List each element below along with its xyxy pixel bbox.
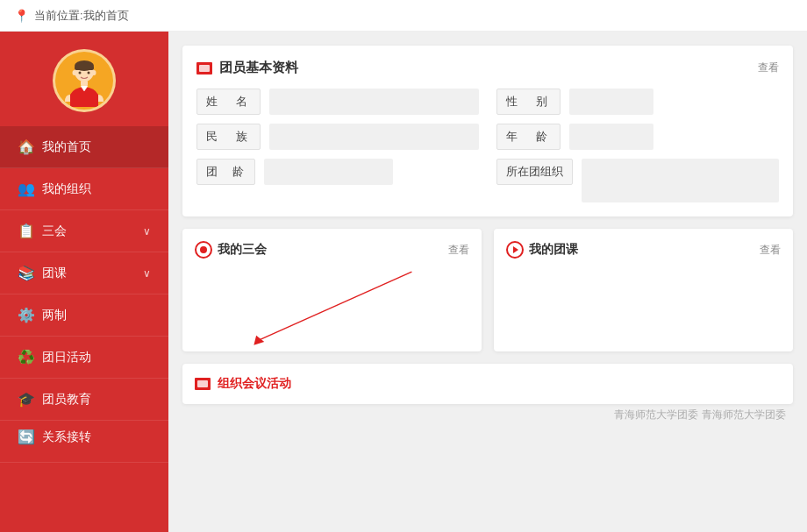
profile-row-age: 年 龄 (496, 124, 779, 150)
svg-line-9 (261, 272, 412, 339)
org-meeting-title: 组织会议活动 (218, 376, 291, 392)
profile-value-name (269, 89, 479, 115)
profile-row-tuanling: 团 龄 (196, 159, 479, 202)
sanhui-view-link[interactable]: 查看 (448, 243, 469, 258)
location-icon: 📍 (14, 9, 29, 23)
watermark-org-text: 青海师范大学团委 (702, 408, 786, 422)
profile-card-header: 团员基本资料 查看 (196, 60, 779, 76)
avatar-area (53, 32, 116, 126)
sidebar-label-tuanke: 团课 (42, 266, 67, 281)
sidebar-item-sanhui[interactable]: 📋 三会 ∨ (0, 210, 168, 252)
sidebar-label-home: 我的首页 (42, 139, 91, 155)
svg-rect-8 (81, 81, 88, 86)
tuanke-card-header: 我的团课 查看 (506, 241, 781, 259)
liangzhi-icon: ⚙️ (18, 307, 35, 323)
sanhui-card-header: 我的三会 查看 (195, 241, 469, 259)
profile-label-org: 所在团组织 (496, 159, 573, 185)
top-bar: 📍 当前位置:我的首页 (0, 0, 807, 32)
profile-label-name: 姓 名 (196, 89, 261, 115)
sanhui-card: 我的三会 查看 (182, 229, 482, 351)
profile-label-tuanling: 团 龄 (196, 159, 255, 185)
profile-value-tuanling (264, 159, 393, 185)
svg-point-5 (92, 70, 96, 75)
tuanke-view-link[interactable]: 查看 (760, 243, 781, 258)
tuanke-card-title: 我的团课 (506, 241, 578, 259)
home-icon: 🏠 (18, 138, 35, 155)
sanhui-title-text: 我的三会 (218, 242, 267, 258)
svg-marker-10 (254, 336, 264, 345)
tuanke-icon: 📚 (18, 265, 35, 281)
sanhui-icon: 📋 (18, 223, 35, 239)
cards-row: 我的三会 查看 (182, 229, 793, 351)
chevron-tuanke-icon: ∨ (143, 267, 151, 280)
diagonal-svg (182, 264, 482, 351)
sidebar-label-education: 团员教育 (42, 392, 91, 408)
watermark-text: 青海师范大学团委 (614, 408, 698, 422)
education-icon: 🎓 (18, 391, 35, 408)
profile-label-nation: 民 族 (196, 124, 261, 150)
avatar-image (58, 54, 111, 107)
org-meeting-icon (195, 378, 211, 390)
profile-label-age: 年 龄 (496, 124, 561, 150)
avatar (53, 49, 116, 112)
org-meeting-header: 组织会议活动 (195, 376, 781, 392)
tuanke-title-icon (506, 241, 524, 259)
svg-point-4 (73, 70, 77, 75)
org-meeting-card: 组织会议活动 (182, 364, 793, 404)
content-area: 团员基本资料 查看 姓 名 性 别 民 族 (168, 32, 807, 532)
profile-row-gender: 性 别 (496, 89, 779, 115)
sidebar-label-org: 我的组织 (42, 181, 91, 197)
watermark-area: 青海师范大学团委 青海师范大学团委 (182, 404, 793, 426)
profile-label-gender: 性 别 (496, 89, 561, 115)
profile-grid: 姓 名 性 别 民 族 年 龄 团 龄 (196, 89, 779, 202)
sidebar-item-home[interactable]: 🏠 我的首页 (0, 126, 168, 168)
sidebar-label-liangzhi: 两制 (42, 308, 67, 323)
sidebar-item-tuanke[interactable]: 📚 团课 ∨ (0, 252, 168, 294)
sanhui-title-icon (195, 241, 212, 259)
sidebar-label-sanhui: 三会 (42, 223, 67, 239)
sanhui-diagram (182, 264, 482, 351)
sidebar-label-transfer: 关系接转 (42, 429, 91, 445)
profile-value-age (569, 124, 653, 150)
tuanke-card: 我的团课 查看 (494, 229, 793, 351)
profile-view-link[interactable]: 查看 (758, 60, 779, 75)
main-layout: 🏠 我的首页 👥 我的组织 📋 三会 ∨ 📚 (0, 32, 807, 532)
sanhui-card-title: 我的三会 (195, 241, 267, 259)
sidebar: 🏠 我的首页 👥 我的组织 📋 三会 ∨ 📚 (0, 32, 168, 532)
sidebar-nav: 🏠 我的首页 👥 我的组织 📋 三会 ∨ 📚 (0, 126, 168, 463)
profile-row-name: 姓 名 (196, 89, 479, 115)
profile-row-org: 所在团组织 (496, 159, 779, 202)
profile-value-org (582, 159, 779, 202)
profile-row-nation: 民 族 (196, 124, 479, 150)
profile-card: 团员基本资料 查看 姓 名 性 别 民 族 (182, 46, 793, 216)
transfer-icon: 🔄 (18, 429, 35, 445)
tuanke-title-text: 我的团课 (529, 242, 578, 258)
profile-title-text: 团员基本资料 (219, 60, 298, 76)
profile-title-icon (196, 62, 212, 74)
profile-card-title: 团员基本资料 (196, 60, 298, 76)
svg-rect-3 (75, 66, 94, 70)
profile-value-nation (269, 124, 479, 150)
sidebar-label-activity: 团日活动 (42, 350, 91, 365)
sidebar-item-transfer[interactable]: 🔄 关系接转 (0, 421, 168, 463)
svg-point-6 (79, 72, 82, 74)
profile-value-gender (569, 89, 653, 115)
org-icon: 👥 (18, 181, 35, 197)
sidebar-item-education[interactable]: 🎓 团员教育 (0, 379, 168, 421)
sidebar-item-activity[interactable]: ♻️ 团日活动 (0, 337, 168, 379)
chevron-sanhui-icon: ∨ (143, 225, 151, 238)
activity-icon: ♻️ (18, 349, 35, 365)
svg-point-7 (88, 72, 90, 74)
sidebar-item-liangzhi[interactable]: ⚙️ 两制 (0, 294, 168, 337)
sidebar-item-org[interactable]: 👥 我的组织 (0, 168, 168, 210)
breadcrumb: 当前位置:我的首页 (34, 8, 129, 24)
